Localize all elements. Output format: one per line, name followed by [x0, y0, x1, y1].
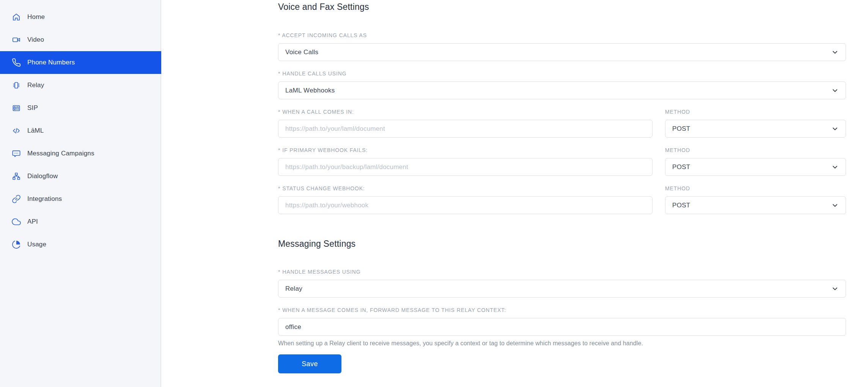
chevron-down-icon — [831, 49, 839, 56]
call-webhook-url-input[interactable] — [278, 120, 653, 138]
accept-incoming-calls-select[interactable]: Voice Calls — [278, 43, 846, 61]
handle-calls-using-select[interactable]: LaML Webhooks — [278, 81, 846, 99]
sitemap-icon — [11, 172, 21, 181]
sidebar-item-api[interactable]: API — [0, 210, 161, 233]
sidebar-item-label: Integrations — [27, 195, 62, 203]
relay-device-icon — [11, 81, 21, 90]
sidebar-item-label: Usage — [27, 241, 46, 248]
home-icon — [11, 13, 21, 22]
chevron-down-icon — [831, 87, 839, 94]
accept-incoming-calls-label: * ACCEPT INCOMING CALLS AS — [278, 32, 846, 38]
call-webhook-method-select[interactable]: POST — [665, 120, 846, 138]
sidebar-item-integrations[interactable]: Integrations — [0, 188, 161, 210]
chat-bubble-icon — [11, 149, 21, 158]
messaging-settings-title: Messaging Settings — [278, 238, 846, 249]
method-label: METHOD — [665, 109, 846, 115]
fallback-webhook-row: * IF PRIMARY WEBHOOK FAILS: METHOD POST — [278, 138, 846, 176]
select-value: Relay — [285, 285, 302, 293]
sidebar-item-usage[interactable]: Usage — [0, 233, 161, 256]
if-primary-webhook-fails-label: * IF PRIMARY WEBHOOK FAILS: — [278, 147, 653, 153]
sidebar-item-label: LāML — [27, 127, 44, 135]
sidebar-item-dialogflow[interactable]: Dialogflow — [0, 165, 161, 188]
sidebar-item-label: Messaging Campaigns — [27, 150, 94, 157]
handle-messages-using-select[interactable]: Relay — [278, 280, 846, 298]
relay-context-help-text: When setting up a Relay client to receiv… — [278, 340, 846, 347]
chevron-down-icon — [831, 202, 839, 209]
method-label: METHOD — [665, 147, 846, 153]
select-value: Voice Calls — [285, 49, 318, 56]
sidebar-item-relay[interactable]: Relay — [0, 74, 161, 97]
chevron-down-icon — [831, 125, 839, 133]
voice-fax-settings-title: Voice and Fax Settings — [278, 2, 846, 12]
sidebar-item-home[interactable]: Home — [0, 6, 161, 28]
sidebar-item-label: API — [27, 218, 38, 226]
when-call-comes-in-label: * WHEN A CALL COMES IN: — [278, 109, 653, 115]
status-change-webhook-label: * STATUS CHANGE WEBHOOK: — [278, 185, 653, 191]
sidebar: Home Video Phone Numbers Relay SIP — [0, 0, 161, 387]
sidebar-item-laml[interactable]: LāML — [0, 119, 161, 142]
sidebar-item-video[interactable]: Video — [0, 28, 161, 51]
handle-calls-using-label: * HANDLE CALLS USING — [278, 71, 846, 77]
sidebar-item-phone-numbers[interactable]: Phone Numbers — [0, 51, 161, 74]
sip-phone-icon — [11, 103, 21, 113]
status-webhook-url-input[interactable] — [278, 196, 653, 214]
call-webhook-row: * WHEN A CALL COMES IN: METHOD POST — [278, 99, 846, 138]
sidebar-item-messaging-campaigns[interactable]: Messaging Campaigns — [0, 142, 161, 165]
chevron-down-icon — [831, 285, 839, 293]
code-icon — [11, 126, 21, 136]
chevron-down-icon — [831, 163, 839, 171]
sidebar-item-label: Relay — [27, 81, 44, 89]
status-webhook-method-select[interactable]: POST — [665, 196, 846, 214]
relay-context-input[interactable] — [278, 318, 846, 336]
link-icon — [11, 194, 21, 204]
fallback-webhook-method-select[interactable]: POST — [665, 158, 846, 176]
video-camera-icon — [11, 35, 21, 45]
settings-form: Voice and Fax Settings * ACCEPT INCOMING… — [278, 0, 846, 373]
fallback-webhook-url-input[interactable] — [278, 158, 653, 176]
handle-messages-using-label: * HANDLE MESSAGES USING — [278, 269, 846, 275]
relay-context-label: * WHEN A MESSAGE COMES IN, FORWARD MESSA… — [278, 307, 846, 313]
app-window: Home Video Phone Numbers Relay SIP — [0, 0, 868, 387]
sidebar-item-label: Home — [27, 13, 45, 21]
save-button[interactable]: Save — [278, 354, 341, 373]
select-value: POST — [672, 125, 690, 133]
main-content: Voice and Fax Settings * ACCEPT INCOMING… — [161, 0, 868, 387]
select-value: POST — [672, 163, 690, 171]
phone-icon — [11, 58, 21, 67]
sidebar-item-label: Phone Numbers — [27, 59, 75, 66]
status-webhook-row: * STATUS CHANGE WEBHOOK: METHOD POST — [278, 176, 846, 214]
pie-chart-icon — [11, 240, 21, 249]
sidebar-item-sip[interactable]: SIP — [0, 97, 161, 119]
select-value: POST — [672, 202, 690, 209]
method-label: METHOD — [665, 185, 846, 191]
cloud-icon — [11, 217, 21, 227]
sidebar-item-label: Video — [27, 36, 44, 44]
select-value: LaML Webhooks — [285, 87, 335, 94]
sidebar-item-label: SIP — [27, 104, 38, 112]
sidebar-item-label: Dialogflow — [27, 172, 58, 180]
